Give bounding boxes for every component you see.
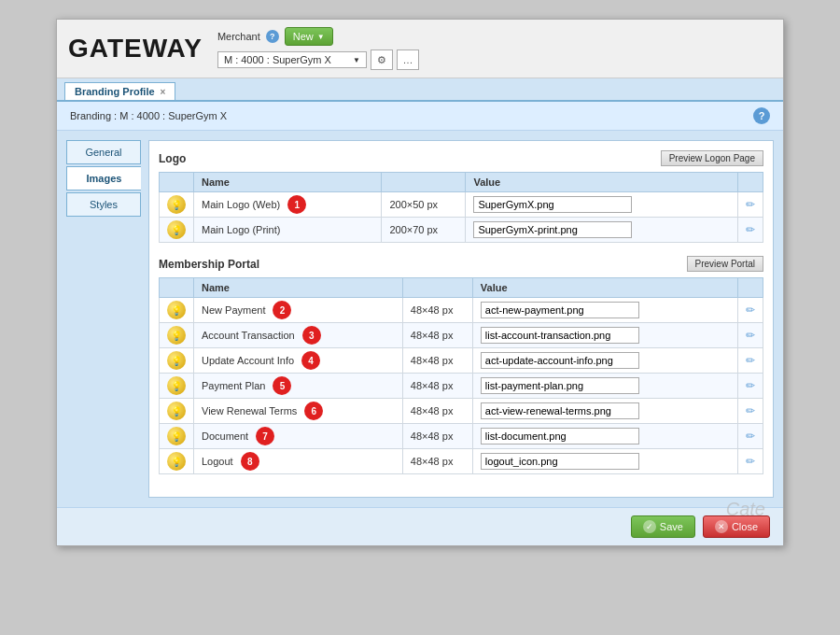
preview-portal-button[interactable]: Preview Portal — [687, 256, 763, 272]
merchant-settings-button[interactable]: ⚙ — [371, 49, 393, 70]
row-badge: 4 — [301, 351, 320, 370]
row-name-text: Main Logo (Web) — [202, 199, 280, 210]
preview-logon-button[interactable]: Preview Logon Page — [661, 150, 763, 166]
logo-col-name: Name — [194, 173, 382, 192]
row-size-cell: 200×70 px — [382, 218, 466, 243]
row-value-input[interactable] — [473, 221, 632, 238]
row-value-cell — [472, 424, 737, 449]
portal-table-row: 💡 Document 7 48×48 px ✏ — [160, 424, 763, 449]
row-value-cell — [472, 298, 737, 323]
row-edit-cell: ✏ — [738, 298, 763, 323]
portal-table: Name Value 💡 New Payment 2 48 — [159, 277, 763, 474]
row-name-cell: Main Logo (Web) 1 — [194, 192, 382, 218]
breadcrumb-text: Branding : M : 4000 : SuperGym X — [70, 110, 227, 121]
merchant-section: Merchant ? New ▼ M : 4000 : SuperGym X ▼… — [217, 27, 419, 70]
close-button-label: Close — [732, 521, 758, 532]
row-edit-cell: ✏ — [738, 399, 763, 424]
row-name-text: Payment Plan — [202, 380, 265, 391]
merchant-label: Merchant — [217, 31, 260, 42]
row-name-text: Main Logo (Print) — [202, 224, 280, 235]
row-icon-cell: 💡 — [160, 374, 194, 399]
sidebar-item-images[interactable]: Images — [66, 166, 141, 190]
row-size-cell: 48×48 px — [402, 348, 472, 374]
row-icon-cell: 💡 — [160, 218, 194, 243]
merchant-select[interactable]: M : 4000 : SuperGym X ▼ — [217, 51, 367, 68]
row-value-cell — [472, 374, 737, 399]
sidebar-item-general[interactable]: General — [66, 140, 141, 164]
row-size-cell: 48×48 px — [402, 449, 472, 474]
row-value-input[interactable] — [481, 402, 639, 419]
row-value-input[interactable] — [481, 453, 639, 470]
new-button-arrow-icon: ▼ — [317, 33, 325, 41]
row-value-input[interactable] — [481, 428, 639, 444]
row-value-cell — [466, 218, 738, 243]
row-name-cell: Account Transaction 3 — [194, 323, 403, 348]
row-icon-cell: 💡 — [160, 399, 194, 424]
merchant-more-button[interactable]: … — [397, 49, 419, 70]
row-edit-button[interactable]: ✏ — [746, 329, 755, 342]
logo-col-edit — [738, 173, 763, 192]
row-value-cell — [472, 348, 737, 374]
portal-section-header: Membership Portal Preview Portal — [159, 256, 763, 272]
row-icon: 💡 — [167, 195, 186, 214]
row-name-cell: Logout 8 — [194, 449, 403, 474]
row-icon-cell: 💡 — [160, 192, 194, 218]
row-edit-button[interactable]: ✏ — [746, 354, 755, 367]
row-edit-button[interactable]: ✏ — [746, 430, 755, 443]
row-badge: 8 — [241, 452, 259, 471]
row-edit-button[interactable]: ✏ — [746, 379, 755, 392]
row-size-cell: 48×48 px — [402, 323, 472, 348]
row-icon-cell: 💡 — [160, 449, 194, 474]
row-value-cell — [472, 399, 737, 424]
merchant-select-value: M : 4000 : SuperGym X — [224, 54, 331, 65]
row-badge: 7 — [256, 427, 274, 445]
row-value-cell — [466, 192, 738, 218]
merchant-help-icon[interactable]: ? — [266, 30, 279, 43]
portal-col-name: Name — [194, 278, 403, 298]
new-button-label: New — [293, 31, 314, 42]
sidebar-item-styles[interactable]: Styles — [66, 192, 141, 217]
row-edit-button[interactable]: ✏ — [746, 404, 755, 417]
row-name-cell: View Renewal Terms 6 — [194, 399, 403, 424]
row-icon-cell: 💡 — [160, 323, 194, 348]
row-edit-cell: ✏ — [738, 192, 763, 218]
row-icon-cell: 💡 — [160, 298, 194, 323]
row-value-input[interactable] — [481, 352, 639, 369]
row-value-input[interactable] — [481, 302, 639, 318]
logo-section-header: Logo Preview Logon Page — [159, 150, 763, 166]
row-edit-button[interactable]: ✏ — [746, 223, 755, 236]
row-badge: 5 — [273, 376, 291, 395]
row-name-cell: Payment Plan 5 — [194, 374, 403, 399]
row-edit-cell: ✏ — [738, 323, 763, 348]
row-size-cell: 48×48 px — [402, 399, 472, 424]
row-icon: 💡 — [167, 220, 186, 239]
tab-label: Branding Profile — [75, 86, 155, 97]
content-area: General Images Styles Logo Preview Logon… — [57, 131, 783, 507]
breadcrumb-help-icon[interactable]: ? — [753, 107, 770, 124]
row-edit-button[interactable]: ✏ — [746, 303, 755, 317]
row-name-text: Update Account Info — [202, 355, 294, 366]
new-button[interactable]: New ▼ — [285, 27, 333, 46]
logo-table-row: 💡 Main Logo (Print) 200×70 px ✏ — [160, 218, 763, 243]
tab-branding-profile[interactable]: Branding Profile × — [64, 82, 175, 100]
tab-bar: Branding Profile × — [57, 78, 783, 102]
row-name-cell: Document 7 — [194, 424, 403, 449]
row-edit-button[interactable]: ✏ — [746, 198, 755, 211]
portal-col-size — [402, 278, 472, 298]
row-value-input[interactable] — [481, 327, 639, 344]
row-value-input[interactable] — [473, 196, 632, 213]
tab-close-icon[interactable]: × — [161, 87, 166, 97]
row-value-input[interactable] — [481, 377, 639, 394]
row-name-cell: New Payment 2 — [194, 298, 403, 323]
row-icon: 💡 — [167, 326, 186, 345]
row-edit-button[interactable]: ✏ — [746, 455, 755, 468]
row-name-text: Logout — [202, 456, 233, 467]
save-icon: ✓ — [643, 520, 656, 533]
logo-table: Name Value 💡 Main Logo (Web) 1 — [159, 172, 763, 243]
app-header: GATEWAY Merchant ? New ▼ M : 4000 : Supe… — [57, 20, 783, 78]
row-icon: 💡 — [167, 402, 186, 420]
save-button[interactable]: ✓ Save — [631, 515, 695, 538]
row-name-cell: Main Logo (Print) — [194, 218, 382, 243]
row-icon: 💡 — [167, 351, 186, 370]
close-icon: ✕ — [715, 520, 728, 533]
